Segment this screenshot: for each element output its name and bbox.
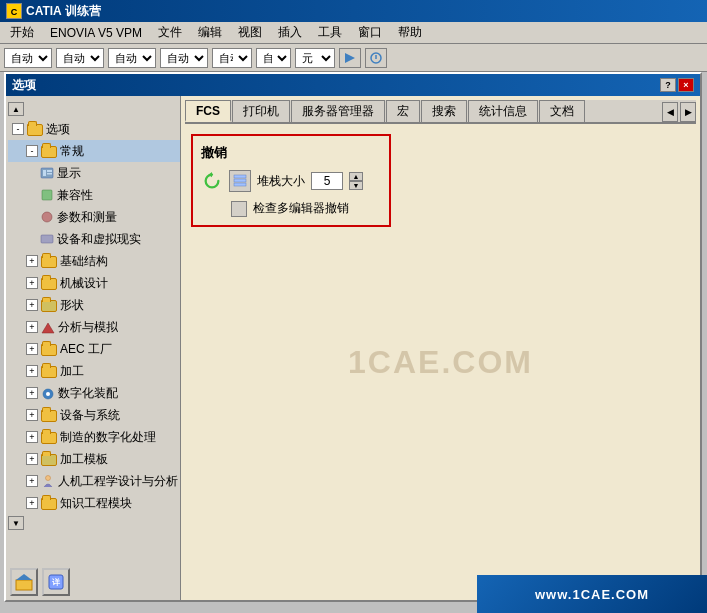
svg-rect-6: [47, 173, 52, 175]
tab-fcs[interactable]: FCS: [185, 100, 231, 122]
folder-icon-xuanxiang: [27, 124, 43, 136]
tree-item-canshu[interactable]: 参数和测量: [8, 206, 180, 228]
expand-icon-renjigc[interactable]: +: [26, 475, 38, 487]
tree-item-xianshi[interactable]: 显示: [8, 162, 180, 184]
toolbar-select-4[interactable]: 自动: [160, 48, 208, 68]
tree-item-jixie[interactable]: + 机械设计: [8, 272, 180, 294]
expand-icon-zhizao[interactable]: +: [26, 431, 38, 443]
tree-scroll-down[interactable]: ▼: [8, 516, 24, 530]
tree-item-shebei[interactable]: 设备和虚拟现实: [8, 228, 180, 250]
expand-icon-changgui[interactable]: -: [26, 145, 38, 157]
tree-item-renjigc[interactable]: + 人机工程学设计与分析: [8, 470, 180, 492]
tree-item-xuanxiang[interactable]: - 选项: [8, 118, 180, 140]
dialog-help-button[interactable]: ?: [660, 78, 676, 92]
tab-stats[interactable]: 统计信息: [468, 100, 538, 122]
toolbar-select-7[interactable]: 元: [295, 48, 335, 68]
tree-item-fenxi[interactable]: + 分析与模拟: [8, 316, 180, 338]
tree-item-zhishi[interactable]: + 知识工程模块: [8, 492, 180, 514]
menu-enovia[interactable]: ENOVIA V5 VPM: [44, 24, 148, 42]
tree-item-jianti[interactable]: 兼容性: [8, 184, 180, 206]
expand-icon-jixie[interactable]: +: [26, 277, 38, 289]
tree-label-renjigc: 人机工程学设计与分析: [58, 472, 178, 490]
menu-edit[interactable]: 编辑: [192, 22, 228, 43]
svg-point-12: [46, 392, 50, 396]
expand-icon-aec[interactable]: +: [26, 343, 38, 355]
svg-rect-20: [234, 179, 246, 182]
folder-icon-xingzhuang: [41, 300, 57, 312]
checkbox-multi-editor[interactable]: [231, 201, 247, 217]
tree-item-zhizao[interactable]: + 制造的数字化处理: [8, 426, 180, 448]
tree-label-changgui: 常规: [60, 142, 84, 160]
stack-size-input[interactable]: [311, 172, 343, 190]
spinner-down[interactable]: ▼: [349, 181, 363, 190]
tree-label-xingzhuang: 形状: [60, 296, 84, 314]
digital-assem-icon: [41, 387, 55, 399]
tree-label-xianshi: 显示: [57, 164, 81, 182]
tree-item-shebei-xt[interactable]: + 设备与系统: [8, 404, 180, 426]
tab-server-mgr[interactable]: 服务器管理器: [291, 100, 385, 122]
tab-search[interactable]: 搜索: [421, 100, 467, 122]
svg-rect-19: [234, 175, 246, 178]
expand-icon-jiagong-mb[interactable]: +: [26, 453, 38, 465]
tree-bottom-btn-1[interactable]: [10, 568, 38, 596]
expand-icon-shebei-xt[interactable]: +: [26, 409, 38, 421]
content-panel: FCS 打印机 服务器管理器 宏 搜索 统计信息 文档 ◀ ▶ 1CAE.COM…: [181, 96, 700, 600]
tree-label-shuzi: 数字化装配: [58, 384, 118, 402]
tree-item-changgui[interactable]: - 常规: [8, 140, 180, 162]
tree-item-xingzhuang[interactable]: + 形状: [8, 294, 180, 316]
menu-help[interactable]: 帮助: [392, 22, 428, 43]
expand-icon-zhishi[interactable]: +: [26, 497, 38, 509]
tree-scroll-up[interactable]: ▲: [8, 102, 24, 116]
menu-tools[interactable]: 工具: [312, 22, 348, 43]
tree-item-jichu[interactable]: + 基础结构: [8, 250, 180, 272]
folder-icon-jichu: [41, 256, 57, 268]
toolbar: 自动 自动 自动 自动 自动 自动 元: [0, 44, 707, 72]
tree-label-aec: AEC 工厂: [60, 340, 112, 358]
toolbar-btn-1[interactable]: [339, 48, 361, 68]
toolbar-select-1[interactable]: 自动: [4, 48, 52, 68]
compat-icon: [40, 188, 54, 202]
tabs-scroll-left[interactable]: ◀: [662, 102, 678, 122]
tab-docs[interactable]: 文档: [539, 100, 585, 122]
tree-label-jiagong: 加工: [60, 362, 84, 380]
svg-rect-14: [16, 580, 32, 590]
tree-item-aec[interactable]: + AEC 工厂: [8, 338, 180, 360]
expand-icon-xingzhuang[interactable]: +: [26, 299, 38, 311]
tree-item-shuzi[interactable]: + 数字化装配: [8, 382, 180, 404]
expand-icon-fenxi[interactable]: +: [26, 321, 38, 333]
toolbar-select-5[interactable]: 自动: [212, 48, 252, 68]
svg-rect-9: [41, 235, 53, 243]
expand-icon-jichu[interactable]: +: [26, 255, 38, 267]
tree-label-xuanxiang: 选项: [46, 120, 70, 138]
toolbar-select-6[interactable]: 自动: [256, 48, 291, 68]
display-icon: [40, 166, 54, 180]
menu-window[interactable]: 窗口: [352, 22, 388, 43]
tree-item-jiagong[interactable]: + 加工: [8, 360, 180, 382]
menu-start[interactable]: 开始: [4, 22, 40, 43]
dialog-close-button[interactable]: ×: [678, 78, 694, 92]
toolbar-select-2[interactable]: 自动: [56, 48, 104, 68]
title-bar: C CATIA 训练营: [0, 0, 707, 22]
tab-macro[interactable]: 宏: [386, 100, 420, 122]
expand-icon-xuanxiang[interactable]: -: [12, 123, 24, 135]
tree-item-jiagong-mb[interactable]: + 加工模板: [8, 448, 180, 470]
tree-bottom-btn-2[interactable]: 详: [42, 568, 70, 596]
stack-spinner: ▲ ▼: [349, 172, 363, 190]
tree-label-shebei: 设备和虚拟现实: [57, 230, 141, 248]
tabs-scroll-right[interactable]: ▶: [680, 102, 696, 122]
tree-label-jianti: 兼容性: [57, 186, 93, 204]
menu-file[interactable]: 文件: [152, 22, 188, 43]
menu-insert[interactable]: 插入: [272, 22, 308, 43]
spinner-up[interactable]: ▲: [349, 172, 363, 181]
tab-printer[interactable]: 打印机: [232, 100, 290, 122]
expand-icon-shuzi[interactable]: +: [26, 387, 38, 399]
folder-icon-jiagong-mb: [41, 454, 57, 466]
menu-view[interactable]: 视图: [232, 22, 268, 43]
svg-rect-21: [234, 183, 246, 186]
app-icon: C: [6, 3, 22, 19]
folder-icon-zhishi: [41, 498, 57, 510]
expand-icon-jiagong[interactable]: +: [26, 365, 38, 377]
toolbar-btn-2[interactable]: [365, 48, 387, 68]
toolbar-select-3[interactable]: 自动: [108, 48, 156, 68]
bottom-logo-bar: www.1CAE.COM: [477, 575, 707, 613]
